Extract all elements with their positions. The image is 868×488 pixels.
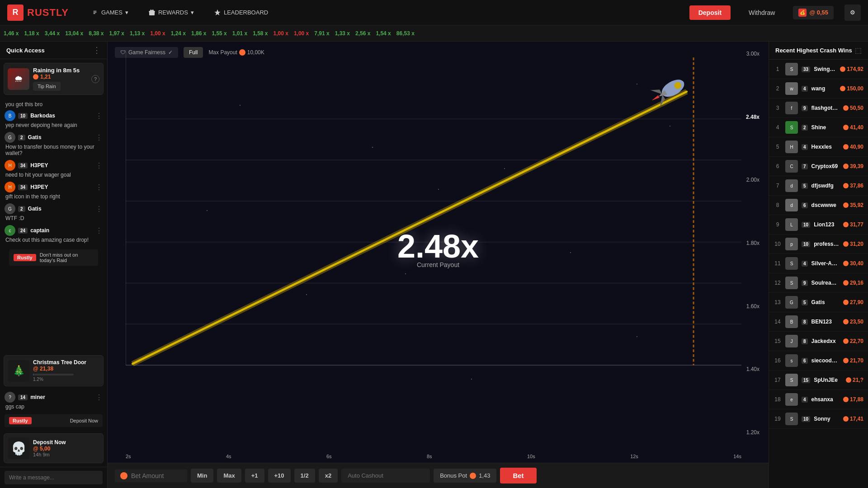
bet-coin-icon bbox=[120, 472, 127, 479]
lb-coin-icon bbox=[843, 105, 849, 111]
chat-more-options[interactable]: ⋮ bbox=[95, 205, 103, 213]
leaderboard-nav[interactable]: LEADERBOARD bbox=[209, 6, 273, 19]
lb-avatar: S bbox=[785, 277, 798, 289]
lb-avatar: B bbox=[785, 315, 798, 328]
promo-amount: @ 21,38 bbox=[33, 366, 86, 372]
double-button[interactable]: x2 bbox=[319, 469, 338, 483]
lb-coin-icon bbox=[843, 300, 849, 305]
chat-user-row: B10Barkodas⋮ bbox=[5, 110, 103, 121]
lb-amount: 22,70 bbox=[843, 338, 863, 344]
tip-rain-button[interactable]: Tip Rain bbox=[33, 82, 61, 91]
lb-rank: 12 bbox=[774, 280, 782, 286]
chat-username: captain bbox=[30, 227, 49, 234]
chat-user-row: G2Gatis⋮ bbox=[5, 132, 103, 143]
lb-avatar: s bbox=[785, 354, 798, 367]
games-nav[interactable]: GAMES ▾ bbox=[87, 6, 133, 19]
promo-icon: 🎄 bbox=[8, 360, 29, 382]
max-button[interactable]: Max bbox=[217, 469, 241, 483]
chat-text: need to hit your wager goal bbox=[5, 172, 103, 178]
leaderboard-list: 1 S 33 SwingMallet 174,92 2 w 4 wang 150… bbox=[769, 60, 868, 488]
lb-rank: 9 bbox=[774, 221, 782, 228]
wallet-icon: 💰 bbox=[798, 9, 807, 17]
lb-level: 10 bbox=[802, 241, 810, 247]
sidebar-options[interactable]: ⋮ bbox=[93, 46, 101, 54]
y-label-200: 2.00x bbox=[746, 177, 760, 183]
raid-text: Deposit Now bbox=[70, 418, 98, 423]
ticker-value: 3,44 x bbox=[45, 30, 60, 37]
lb-name: Gatis bbox=[811, 299, 840, 305]
chat-message: H34H3PEY⋮gift icon in the top right bbox=[5, 182, 103, 200]
chat-more-options[interactable]: ⋮ bbox=[95, 133, 103, 142]
logo[interactable]: R RUSTLY bbox=[7, 5, 69, 21]
deposit-promo: 💀 Deposit Now @ 5,00 14h 9m bbox=[4, 433, 104, 463]
bonus-pot-button[interactable]: Bonus Pot 1,43 bbox=[434, 469, 496, 483]
lb-coin-icon bbox=[843, 164, 849, 169]
help-icon[interactable]: ? bbox=[91, 75, 99, 83]
leaderboard-row: 14 B 8 BEN123 23,50 bbox=[769, 312, 868, 332]
chat-user-row: c24captain⋮ bbox=[5, 225, 103, 236]
ticker-value: 1,54 x bbox=[376, 30, 391, 37]
game-area: 🛡 Game Fairness ✓ Full Max Payout 10,00K… bbox=[108, 42, 769, 488]
plus10-button[interactable]: +10 bbox=[268, 469, 291, 483]
half-button[interactable]: 1/2 bbox=[294, 469, 315, 483]
bet-input-wrap bbox=[115, 469, 187, 482]
leaderboard-row: 8 d 6 dscwwwe 35,92 bbox=[769, 196, 868, 215]
chat-messages: you got this broB10Barkodas⋮yep never de… bbox=[0, 99, 107, 352]
y-label-160: 1.60x bbox=[746, 303, 760, 310]
rain-info: Raining in 8m 5s 1,21 Tip Rain bbox=[33, 67, 88, 91]
chat-input-row bbox=[0, 467, 107, 488]
lb-name: Cryptox69 bbox=[811, 163, 840, 169]
rewards-nav[interactable]: REWARDS ▾ bbox=[144, 6, 198, 19]
miner-more[interactable]: ⋮ bbox=[95, 393, 103, 402]
x-label-12s: 12s bbox=[630, 454, 638, 459]
ticker-bar: 1,46 x1,18 x3,44 x13,04 x8,38 x1,97 x1,1… bbox=[0, 25, 868, 42]
auto-cashout-input[interactable] bbox=[341, 469, 430, 483]
deposit-promo-timer: 14h 9m bbox=[33, 452, 66, 457]
chat-message: H34H3PEY⋮need to hit your wager goal bbox=[5, 160, 103, 178]
lb-name: professional bbox=[814, 241, 840, 247]
chat-username: H3PEY bbox=[30, 162, 48, 169]
bet-button[interactable]: Bet bbox=[500, 468, 536, 483]
lb-coin-icon bbox=[843, 183, 849, 188]
lb-rank: 15 bbox=[774, 338, 782, 344]
chat-more-options[interactable]: ⋮ bbox=[95, 183, 103, 192]
lb-rank: 2 bbox=[774, 85, 782, 92]
chat-input[interactable] bbox=[5, 471, 103, 484]
leaderboard-row: 2 w 4 wang 150,00 bbox=[769, 79, 868, 99]
lb-coin-icon bbox=[843, 144, 849, 150]
lb-name: SwingMallet bbox=[814, 66, 836, 72]
leaderboard-row: 13 G 5 Gatis 27,90 bbox=[769, 293, 868, 312]
leaderboard-icon[interactable]: ⬚ bbox=[855, 46, 862, 55]
lb-name: wang bbox=[811, 85, 837, 92]
withdraw-button[interactable]: Withdraw bbox=[741, 5, 782, 20]
x-label-8s: 8s bbox=[427, 454, 432, 459]
plus1-button[interactable]: +1 bbox=[245, 469, 264, 483]
rain-title: Raining in 8m 5s bbox=[33, 67, 88, 74]
lb-level: 6 bbox=[802, 202, 808, 208]
lb-avatar: d bbox=[785, 199, 798, 211]
promo-card: 🎄 Christmas Tree Door @ 21,38 1.2% bbox=[4, 355, 104, 386]
chat-more-options[interactable]: ⋮ bbox=[95, 226, 103, 235]
raid-desc: Don't miss out on today's Raid bbox=[40, 252, 94, 263]
lb-level: 15 bbox=[802, 377, 810, 383]
chat-text: WTF :D bbox=[5, 215, 103, 221]
lb-avatar: S bbox=[785, 257, 798, 270]
svg-marker-12 bbox=[651, 86, 662, 99]
chat-message: G2Gatis⋮WTF :D bbox=[5, 203, 103, 221]
min-button[interactable]: Min bbox=[191, 469, 213, 483]
bet-amount-input[interactable] bbox=[131, 472, 176, 479]
ticker-value: 86,53 x bbox=[396, 30, 415, 37]
wallet-badge[interactable]: 💰 @ 0,55 bbox=[793, 6, 834, 19]
miner-level: 14 bbox=[18, 394, 28, 400]
settings-button[interactable]: ⚙ bbox=[844, 5, 861, 21]
lb-avatar: e bbox=[785, 393, 798, 406]
leaderboard-row: 3 f 9 flashgotahuge 50,50 bbox=[769, 99, 868, 118]
chat-avatar: H bbox=[5, 160, 15, 171]
chat-more-options[interactable]: ⋮ bbox=[95, 112, 103, 120]
lb-coin-icon bbox=[843, 125, 849, 130]
miner-message: ? 14 miner ⋮ ggs cap bbox=[0, 390, 107, 412]
chat-more-options[interactable]: ⋮ bbox=[95, 161, 103, 170]
chat-username: Gatis bbox=[28, 134, 42, 141]
lb-coin-icon bbox=[840, 66, 845, 72]
deposit-button[interactable]: Deposit bbox=[689, 5, 731, 20]
